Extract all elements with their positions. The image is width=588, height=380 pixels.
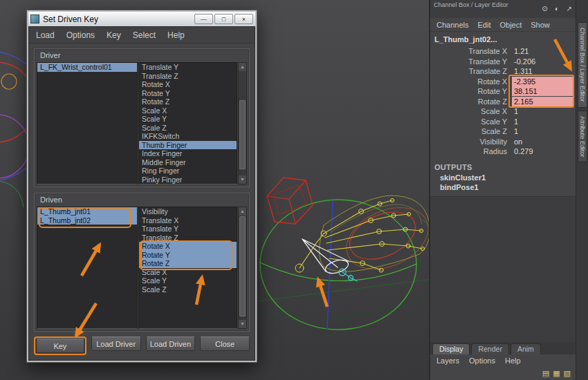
menu-show[interactable]: Show (531, 21, 550, 29)
menu-layers[interactable]: Layers (437, 357, 459, 365)
driven-attribute-list[interactable]: Visibility Translate X Translate Y Trans… (138, 207, 237, 329)
driver-attr-item[interactable]: Scale X (139, 106, 237, 115)
window-titlebar[interactable]: Set Driven Key — □ × (28, 12, 255, 26)
channel-name[interactable]: Translate Z (430, 67, 512, 75)
scroll-down-icon[interactable]: ▼ (239, 320, 246, 328)
menu-select[interactable]: Select (133, 30, 156, 40)
driver-attr-item[interactable]: Rotate Y (139, 89, 237, 98)
set-driven-key-window: Set Driven Key — □ × Load Options Key Se… (26, 10, 257, 363)
driven-attr-item[interactable]: Translate X (139, 216, 237, 225)
channel-value-field[interactable]: 1 (512, 126, 576, 136)
channel-value-field[interactable]: -0.206 (512, 57, 576, 66)
driver-attr-item[interactable]: Scale Z (139, 124, 237, 133)
driver-attr-item[interactable]: Scale Y (139, 115, 237, 124)
right-tab-strip: Channel Box / Layer Editor Attribute Edi… (576, 0, 588, 380)
channel-name[interactable]: Scale Z (430, 127, 512, 135)
menu-layer-help[interactable]: Help (505, 357, 521, 365)
menu-object[interactable]: Object (499, 21, 522, 29)
channel-name[interactable]: Rotate Y (430, 87, 512, 95)
scroll-up-icon[interactable]: ▲ (239, 207, 246, 216)
driven-attr-item[interactable]: Scale Z (139, 285, 237, 294)
driver-attr-item[interactable]: IKFKSwitch (139, 132, 237, 141)
menu-help[interactable]: Help (167, 30, 185, 40)
driven-attr-item[interactable]: Scale X (139, 268, 237, 277)
side-tab-channel-box[interactable]: Channel Box / Layer Editor (578, 22, 587, 108)
driver-attr-item[interactable]: Rotate Z (139, 97, 237, 106)
menu-key[interactable]: Key (107, 30, 121, 40)
driven-attr-item-selected[interactable]: Rotate X (139, 242, 237, 251)
driven-attr-item[interactable]: Translate Y (139, 225, 237, 234)
driver-attribute-list[interactable]: Translate Y Translate Z Rotate X Rotate … (138, 62, 237, 184)
scrollbar-track[interactable] (239, 71, 246, 175)
driver-attr-item-selected[interactable]: Thumb Finger (139, 141, 237, 150)
driver-attr-item[interactable]: Translate Z (139, 72, 237, 81)
channel-name[interactable]: Scale X (430, 107, 512, 115)
driven-attr-item-selected[interactable]: Rotate Y (139, 251, 237, 260)
maximize-button[interactable]: □ (214, 14, 233, 24)
tab-render[interactable]: Render (471, 343, 508, 354)
driven-object-item[interactable]: L_Thumb_jnt01 (37, 207, 137, 216)
channel-name[interactable]: Scale Y (430, 117, 512, 126)
load-driver-button[interactable]: Load Driver (91, 336, 141, 351)
driver-attr-item[interactable]: Pinky Finger (139, 175, 237, 184)
scroll-down-icon[interactable]: ▼ (239, 175, 246, 184)
driven-attr-item-selected[interactable]: Rotate Z (139, 259, 237, 268)
scrollbar-thumb[interactable] (239, 216, 246, 316)
layer-options-icon[interactable]: ▧ (564, 369, 571, 378)
channel-value-field[interactable]: 1 (512, 106, 576, 116)
driver-attr-item[interactable]: Rotate X (139, 80, 237, 89)
driven-scrollbar[interactable]: ▲ ▼ (238, 207, 247, 329)
driver-attr-item[interactable]: Translate Y (139, 63, 237, 72)
channel-value-field-highlighted[interactable]: 38.151 (512, 86, 573, 96)
driver-object-list[interactable]: L_FK_Wrist_control01 (37, 62, 138, 184)
side-tab-attribute-editor[interactable]: Attribute Editor (578, 111, 587, 163)
driven-attr-item[interactable]: Visibility (139, 207, 237, 216)
menu-layer-options[interactable]: Options (469, 357, 495, 365)
channel-name[interactable]: Radius (430, 147, 512, 155)
channel-value-field-highlighted[interactable]: 2.165 (512, 97, 573, 106)
channel-value-field[interactable]: 0.279 (512, 146, 576, 156)
select-arrow-icon[interactable]: ↗ (567, 5, 572, 12)
contrast-icon[interactable]: ◐ (555, 5, 559, 12)
new-layer-from-selected-icon[interactable]: ▦ (553, 369, 560, 378)
channel-value-field[interactable]: 1.311 (512, 66, 576, 76)
channel-box-object-name[interactable]: L_Thumb_jnt02... (430, 32, 576, 46)
driven-section: Driven L_Thumb_jnt01 L_Thumb_jnt02 Visib… (34, 193, 250, 332)
close-icon[interactable]: × (235, 14, 253, 24)
menu-edit[interactable]: Edit (477, 21, 490, 29)
driven-object-list[interactable]: L_Thumb_jnt01 L_Thumb_jnt02 (37, 207, 138, 329)
new-layer-icon[interactable]: ▤ (542, 369, 549, 378)
driver-scrollbar[interactable]: ▲ ▼ (238, 62, 247, 184)
driven-attr-item[interactable]: Scale Y (139, 276, 237, 285)
channel-name[interactable]: Translate Y (430, 57, 512, 66)
driver-object-item[interactable]: L_FK_Wrist_control01 (37, 63, 137, 72)
lock-icon[interactable]: ⊙ (542, 5, 547, 12)
tab-display[interactable]: Display (432, 343, 470, 354)
output-node[interactable]: bindPose1 (430, 182, 576, 192)
channel-name[interactable]: Rotate Z (430, 97, 512, 106)
channel-name[interactable]: Translate X (430, 47, 512, 55)
driven-attr-item[interactable]: Translate Z (139, 234, 237, 243)
minimize-button[interactable]: — (194, 14, 213, 24)
scroll-up-icon[interactable]: ▲ (239, 63, 246, 71)
output-node[interactable]: skinCluster1 (430, 173, 576, 182)
load-driven-button[interactable]: Load Driven (146, 336, 196, 351)
channel-value-field-highlighted[interactable]: -2.395 (512, 77, 573, 86)
menu-options[interactable]: Options (66, 30, 95, 40)
channel-name[interactable]: Visibility (430, 137, 512, 146)
driven-object-item[interactable]: L_Thumb_jnt02 (37, 216, 137, 225)
channel-name[interactable]: Rotate X (430, 77, 512, 86)
driver-attr-item[interactable]: Index Finger (139, 149, 237, 158)
channel-value-field[interactable]: on (512, 137, 576, 146)
channel-value-field[interactable]: 1.21 (512, 46, 576, 56)
close-dialog-button[interactable]: Close (200, 336, 250, 351)
menu-load[interactable]: Load (36, 30, 55, 40)
tab-anim[interactable]: Anim (511, 343, 541, 354)
scrollbar-track[interactable] (239, 216, 246, 320)
driver-attr-item[interactable]: Ring Finger (139, 167, 237, 175)
menu-channels[interactable]: Channels (437, 21, 468, 29)
driver-attr-item[interactable]: Middle Finger (139, 158, 237, 167)
scrollbar-thumb[interactable] (239, 100, 246, 169)
key-button[interactable]: Key (36, 339, 84, 353)
channel-value-field[interactable]: 1 (512, 117, 576, 126)
